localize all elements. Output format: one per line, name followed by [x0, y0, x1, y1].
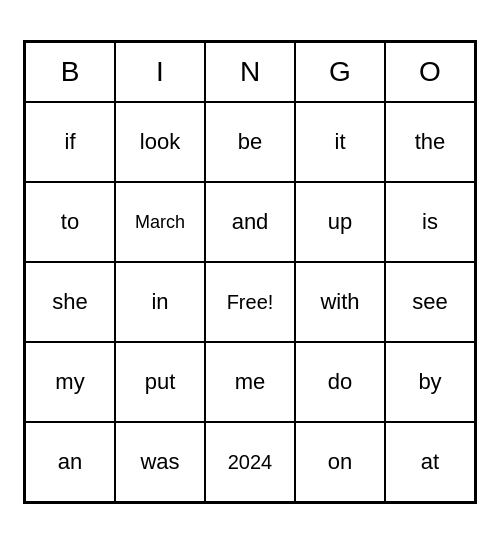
- cell-5-3: 2024: [205, 422, 295, 502]
- row-5: an was 2024 on at: [25, 422, 475, 502]
- cell-4-5: by: [385, 342, 475, 422]
- cell-5-2: was: [115, 422, 205, 502]
- cell-1-1: if: [25, 102, 115, 182]
- cell-1-5: the: [385, 102, 475, 182]
- cell-1-2: look: [115, 102, 205, 182]
- row-2: to March and up is: [25, 182, 475, 262]
- cell-4-1: my: [25, 342, 115, 422]
- cell-2-3: and: [205, 182, 295, 262]
- cell-3-5: see: [385, 262, 475, 342]
- header-o: O: [385, 42, 475, 102]
- cell-2-2: March: [115, 182, 205, 262]
- row-1: if look be it the: [25, 102, 475, 182]
- cell-5-5: at: [385, 422, 475, 502]
- cell-2-5: is: [385, 182, 475, 262]
- cell-5-4: on: [295, 422, 385, 502]
- row-3: she in Free! with see: [25, 262, 475, 342]
- cell-1-4: it: [295, 102, 385, 182]
- cell-2-1: to: [25, 182, 115, 262]
- cell-4-2: put: [115, 342, 205, 422]
- cell-2-4: up: [295, 182, 385, 262]
- cell-4-3: me: [205, 342, 295, 422]
- header-n: N: [205, 42, 295, 102]
- cell-4-4: do: [295, 342, 385, 422]
- cell-3-4: with: [295, 262, 385, 342]
- cell-3-3-free: Free!: [205, 262, 295, 342]
- row-4: my put me do by: [25, 342, 475, 422]
- header-b: B: [25, 42, 115, 102]
- cell-3-1: she: [25, 262, 115, 342]
- cell-5-1: an: [25, 422, 115, 502]
- header-g: G: [295, 42, 385, 102]
- cell-1-3: be: [205, 102, 295, 182]
- cell-3-2: in: [115, 262, 205, 342]
- header-row: B I N G O: [25, 42, 475, 102]
- header-i: I: [115, 42, 205, 102]
- bingo-card: B I N G O if look be it the: [23, 40, 477, 504]
